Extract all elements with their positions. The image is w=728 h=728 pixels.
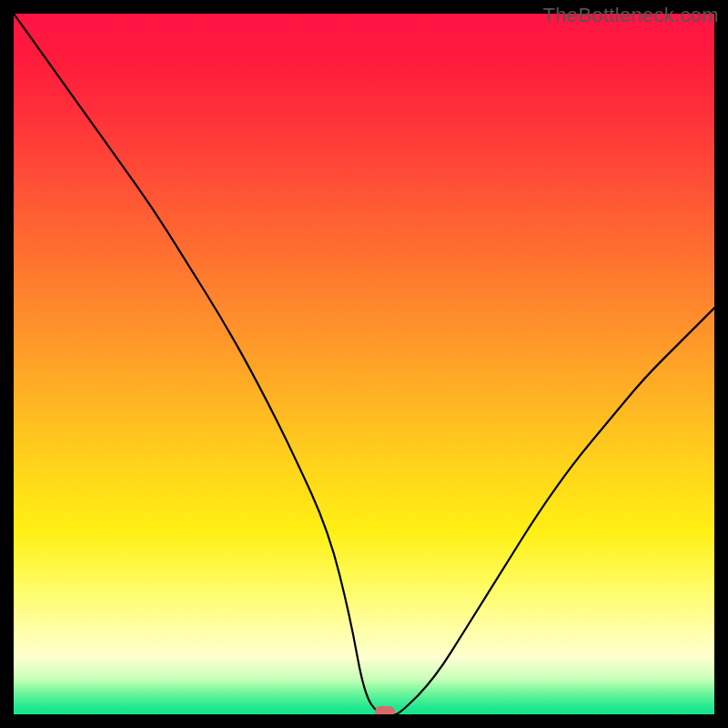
- bottleneck-marker: [375, 706, 395, 714]
- watermark-text: TheBottleneck.com: [543, 4, 719, 27]
- plot-area: [14, 14, 714, 714]
- bottleneck-curve: [14, 14, 714, 714]
- chart-frame: TheBottleneck.com: [0, 0, 728, 728]
